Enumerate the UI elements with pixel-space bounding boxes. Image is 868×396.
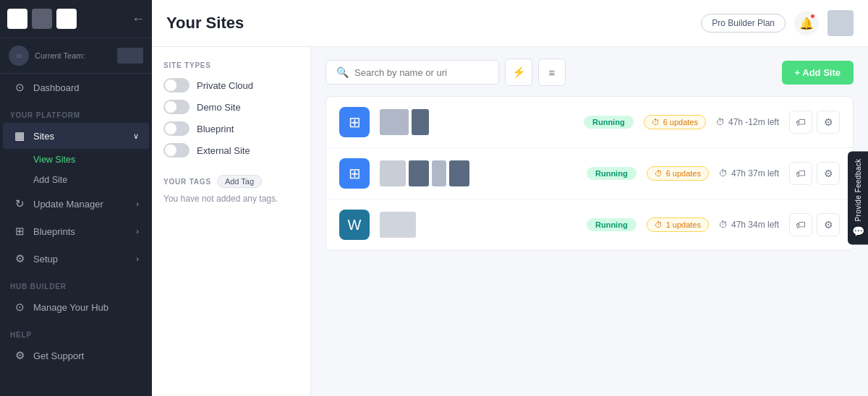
toggle-row-private-cloud: Private Cloud [163,78,299,92]
settings-button-1[interactable]: ⚙ [817,111,840,134]
team-name-box [117,48,143,64]
time-value-1: 47h -12m left [728,117,779,127]
thumb-block [380,212,416,238]
platform-label: YOUR PLATFORM [0,101,152,122]
avatar [827,10,854,36]
left-panel: SITE TYPES Private Cloud Demo Site Bluep… [152,47,311,396]
updates-badge-3: ⏱ 1 updates [647,218,709,232]
dashboard-icon: ⊙ [13,81,26,94]
status-badge: Running [584,116,634,129]
sidebar-top: ← [0,0,152,38]
thumb-block [380,160,406,186]
thumb-block [432,160,446,186]
manage-hub-icon: ⊙ [13,301,26,314]
team-icon: ○ [9,46,29,66]
sites-icon: ▦ [13,129,26,142]
sites-label: Sites [33,131,54,142]
sidebar-item-dashboard[interactable]: ⊙ Dashboard [3,74,149,100]
external-site-label: External Site [197,145,250,156]
back-arrow-icon[interactable]: ← [132,12,145,27]
site-thumb-3 [380,212,576,238]
time-left-2: ⏱ 47h 37m left [719,168,779,178]
table-row: ⊞ Running ⏱ 6 updates ⏱ 47h -12m l [326,97,853,148]
manage-hub-label: Manage Your Hub [33,302,109,313]
toggle-row-blueprint: Blueprint [163,121,299,136]
sidebar: ← ○ Current Team: ⊙ Dashboard YOUR PLATF… [0,0,152,396]
sidebar-item-get-support[interactable]: ⚙ Get Support [3,343,149,369]
toolbar: 🔍 ⚡ ≡ + Add Site [326,59,854,86]
sq-gray [32,9,52,29]
blueprints-chevron-icon: › [136,227,139,236]
add-tag-button[interactable]: Add Tag [217,175,262,188]
tag-button-3[interactable]: 🏷 [789,213,812,236]
feedback-tab[interactable]: Provide Feedback 💬 [848,151,868,244]
sq-white-1 [7,9,27,29]
filter-button[interactable]: ⚡ [505,59,532,86]
settings-button-3[interactable]: ⚙ [817,213,840,236]
search-input[interactable] [354,67,488,78]
toggle-row-demo-site: Demo Site [163,100,299,114]
blueprints-icon: ⊞ [13,225,26,238]
feedback-icon: 💬 [852,226,864,238]
blueprint-toggle[interactable] [163,121,190,136]
status-badge: Running [587,218,637,231]
thumb-block [409,160,429,186]
row-actions-1: 🏷 ⚙ [789,111,840,134]
time-left-1: ⏱ 47h -12m left [716,117,779,127]
sidebar-subitem-view-sites[interactable]: View Sites [3,150,149,169]
private-cloud-label: Private Cloud [197,80,253,91]
tags-label: YOUR TAGS [163,178,211,186]
site-icon-3: W [339,210,370,240]
time-value-2: 47h 37m left [731,168,779,178]
external-site-toggle[interactable] [163,143,190,158]
sidebar-item-update-manager[interactable]: ↻ Update Manager › [3,191,149,217]
thumb-block [380,109,409,135]
tag-button-2[interactable]: 🏷 [789,162,812,185]
toggle-row-external-site: External Site [163,143,299,158]
blueprint-label: Blueprint [197,124,234,134]
list-view-button[interactable]: ≡ [538,59,566,86]
updates-badge-1: ⏱ 6 updates [644,115,706,129]
site-icon-1: ⊞ [339,107,370,137]
sidebar-subitem-add-site[interactable]: Add Site [3,171,149,189]
site-thumb-2 [380,160,576,186]
main-content: Your Sites Pro Builder Plan 🔔 SITE TYPES… [152,0,868,396]
site-icon-2: ⊞ [339,158,370,189]
settings-button-2[interactable]: ⚙ [817,162,840,185]
demo-site-toggle[interactable] [163,100,190,114]
sites-chevron-icon: ∨ [133,132,139,141]
right-content: 🔍 ⚡ ≡ + Add Site ⊞ Running [311,47,868,396]
notification-button[interactable]: 🔔 [794,11,819,35]
plan-badge[interactable]: Pro Builder Plan [701,14,786,33]
get-support-label: Get Support [33,350,84,361]
setup-icon: ⚙ [13,252,26,265]
setup-label: Setup [33,254,58,264]
update-manager-chevron-icon: › [136,199,139,208]
private-cloud-toggle[interactable] [163,78,190,92]
sidebar-item-sites[interactable]: ▦ Sites ∨ [3,123,149,149]
updates-count-3: 1 updates [666,220,701,229]
status-badge: Running [587,167,637,180]
header-right: Pro Builder Plan 🔔 [701,10,854,36]
top-squares [7,9,77,29]
help-label: HELP [0,321,152,342]
dashboard-label: Dashboard [33,82,80,93]
search-box: 🔍 [326,60,499,85]
blueprints-label: Blueprints [33,226,75,237]
time-left-3: ⏱ 47h 34m left [719,220,779,230]
site-types-label: SITE TYPES [163,61,299,69]
site-status-3: Running ⏱ 1 updates ⏱ 47h 34m left [587,218,779,232]
tag-button-1[interactable]: 🏷 [789,111,812,134]
row-actions-2: 🏷 ⚙ [789,162,840,185]
demo-site-label: Demo Site [197,102,241,113]
update-manager-label: Update Manager [33,199,103,210]
sidebar-item-manage-hub[interactable]: ⊙ Manage Your Hub [3,294,149,320]
site-status-2: Running ⏱ 6 updates ⏱ 47h 37m left [587,166,779,181]
notification-dot [810,14,815,19]
updates-badge-2: ⏱ 6 updates [647,166,709,181]
sidebar-item-blueprints[interactable]: ⊞ Blueprints › [3,218,149,244]
sidebar-item-setup[interactable]: ⚙ Setup › [3,246,149,272]
add-site-button[interactable]: + Add Site [782,61,854,85]
update-manager-icon: ↻ [13,197,26,210]
site-thumb-1 [380,109,574,135]
